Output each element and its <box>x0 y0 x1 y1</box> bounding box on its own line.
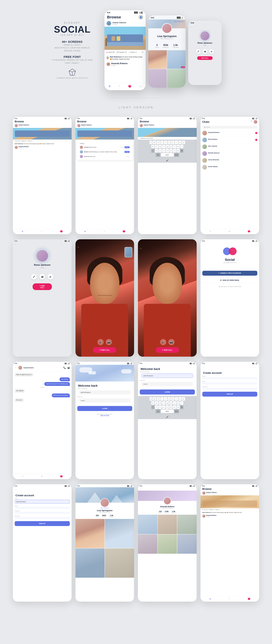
signup-link[interactable]: SIGN UP NOW <box>76 415 134 416</box>
edit-profile-button[interactable]: EDIT PROFILE <box>174 21 184 22</box>
ca-password-input[interactable] <box>202 388 258 390</box>
video-back-btn-2[interactable]: ← <box>140 247 142 250</box>
convo-back-btn[interactable]: ← <box>15 366 17 369</box>
email-field-2[interactable]: janet.thompson <box>142 374 193 378</box>
create-back-btn[interactable]: ← <box>200 365 259 369</box>
kb2-r[interactable]: r <box>160 397 164 401</box>
video-cam-btn[interactable]: 📷 <box>106 339 112 345</box>
key-w[interactable]: w <box>153 141 156 144</box>
kb2-c[interactable]: c <box>162 405 165 409</box>
kb2-u[interactable]: u <box>171 397 174 401</box>
key-q[interactable]: q <box>150 141 152 144</box>
kb2-g[interactable]: g <box>166 401 169 405</box>
password-field-2[interactable]: •••••••• <box>142 382 193 386</box>
kb2-a[interactable]: a <box>151 401 154 405</box>
video-mic-btn[interactable]: 🎤 <box>98 339 104 345</box>
mic-icon[interactable]: 🎤 <box>166 159 168 162</box>
phone-icon[interactable]: 📞 <box>63 366 66 369</box>
list-nav-icon[interactable]: ≡ <box>119 85 120 88</box>
video-cam-btn-2[interactable]: 📷 <box>168 339 174 345</box>
mic-button[interactable]: 🎤 <box>196 49 200 54</box>
chat-list-icon[interactable]: ≡ <box>229 230 230 232</box>
kb2-o[interactable]: o <box>178 397 182 401</box>
kb2-return[interactable]: return <box>174 410 179 413</box>
home-nav-icon[interactable]: ⊞ <box>108 85 110 88</box>
convo-list-icon[interactable]: ≡ <box>41 475 42 477</box>
mic-ctrl-btn[interactable]: 🎤 <box>31 274 37 280</box>
key-g[interactable]: g <box>166 145 169 148</box>
kb2-p[interactable]: p <box>182 397 185 401</box>
kb2-y[interactable]: y <box>168 397 171 401</box>
key-j[interactable]: j <box>173 145 176 148</box>
login-button-2[interactable]: LOGIN <box>140 390 195 394</box>
key-y[interactable]: y <box>168 141 171 144</box>
mini-list-icon-2[interactable]: ≡ <box>104 230 105 232</box>
key-r[interactable]: r <box>160 141 164 144</box>
key-b[interactable]: b <box>169 149 172 152</box>
mini-home-icon-2[interactable]: ⊞ <box>84 230 86 232</box>
key-t[interactable]: t <box>164 141 167 144</box>
key-m[interactable]: m <box>176 149 180 152</box>
call-back-btn[interactable]: ← <box>13 242 72 246</box>
edit-icon[interactable]: ✏ <box>250 120 252 124</box>
login-button[interactable]: LOGIN <box>77 406 132 411</box>
speaker-button[interactable]: 🔊 <box>209 49 214 54</box>
likes-reaction[interactable]: ♥ Liked 281 <box>106 51 115 53</box>
kb2-b[interactable]: b <box>169 405 172 409</box>
chat-item-5[interactable]: Jenna Silverstar ... <box>200 157 259 164</box>
notification-badge[interactable]: 29 <box>128 85 131 88</box>
user-avatar[interactable]: 👤 <box>138 15 143 20</box>
key-i[interactable]: i <box>175 141 178 144</box>
amanda-back[interactable]: ← <box>138 487 197 490</box>
kb2-e[interactable]: e <box>157 397 160 401</box>
key-o[interactable]: o <box>178 141 182 144</box>
kb2-n[interactable]: n <box>173 405 176 409</box>
key-h[interactable]: h <box>169 145 172 148</box>
key-delete[interactable]: ⌫ <box>180 149 183 152</box>
key-a[interactable]: a <box>151 145 154 148</box>
login-link[interactable]: Already have an account? LOGIN NOW <box>200 286 259 287</box>
key-p[interactable]: p <box>182 141 185 144</box>
key-x[interactable]: x <box>158 149 162 152</box>
follow-button-2[interactable]: Follow <box>124 151 130 153</box>
back-button[interactable]: ← <box>188 24 222 29</box>
video-mic-btn-2[interactable]: 🎤 <box>160 339 166 345</box>
key-v[interactable]: v <box>166 149 169 152</box>
signup-button-2[interactable]: SIGN UP <box>15 521 70 526</box>
video-icon[interactable]: 📹 <box>67 366 70 369</box>
kb2-w[interactable]: w <box>153 397 156 401</box>
speaker-ctrl-btn[interactable]: 🔊 <box>48 274 53 280</box>
follow-button-1[interactable]: Follow <box>124 146 130 148</box>
kb2-k[interactable]: k <box>176 401 180 405</box>
kb2-space[interactable]: space <box>161 410 174 413</box>
video-end-call-btn[interactable]: ✂ END CALL <box>93 347 116 353</box>
final-home-icon[interactable]: ⊞ <box>210 598 211 600</box>
name-input[interactable] <box>202 377 258 379</box>
kb2-t[interactable]: t <box>164 397 167 401</box>
key-k[interactable]: k <box>176 145 180 148</box>
email-signup-button[interactable]: ✉ SIGN UP USING EMAIL <box>202 278 258 283</box>
keyboard[interactable]: q w e r t y u i o p a <box>138 140 197 158</box>
mini-home-icon[interactable]: ⊞ <box>22 230 23 232</box>
convo-home-icon[interactable]: ⊞ <box>22 475 23 477</box>
email-input-3[interactable] <box>15 507 70 509</box>
video-button[interactable]: 📹 <box>202 49 207 54</box>
end-call-btn[interactable]: ✂ END CALL <box>32 283 52 290</box>
video-ctrl-btn[interactable]: 📹 <box>40 274 45 280</box>
chat-home-icon[interactable]: ⊞ <box>210 230 211 232</box>
replies-reaction[interactable]: 💬 Replies 25 <box>117 52 126 53</box>
kb2-i[interactable]: i <box>175 397 178 401</box>
create-back-btn-2[interactable]: ← <box>13 487 72 491</box>
chat-item-6[interactable]: Evelin Stanley ... <box>200 164 259 171</box>
name-input-2[interactable]: janet.thompson <box>15 500 70 504</box>
key-space[interactable]: space <box>161 153 174 156</box>
kb2-q[interactable]: q <box>150 397 152 401</box>
chat-item-3[interactable]: Alex Jackson ... ... <box>200 143 259 150</box>
shares-reaction[interactable]: ↗ Shares 4 <box>129 52 137 53</box>
key-f[interactable]: f <box>162 145 165 148</box>
kb2-z[interactable]: z <box>155 405 158 409</box>
key-s[interactable]: s <box>155 145 158 148</box>
final-list-icon[interactable]: ≡ <box>229 598 230 600</box>
key-c[interactable]: c <box>162 149 165 152</box>
chat-item-2[interactable]: Rona Hendrix ... 1 <box>200 136 259 143</box>
